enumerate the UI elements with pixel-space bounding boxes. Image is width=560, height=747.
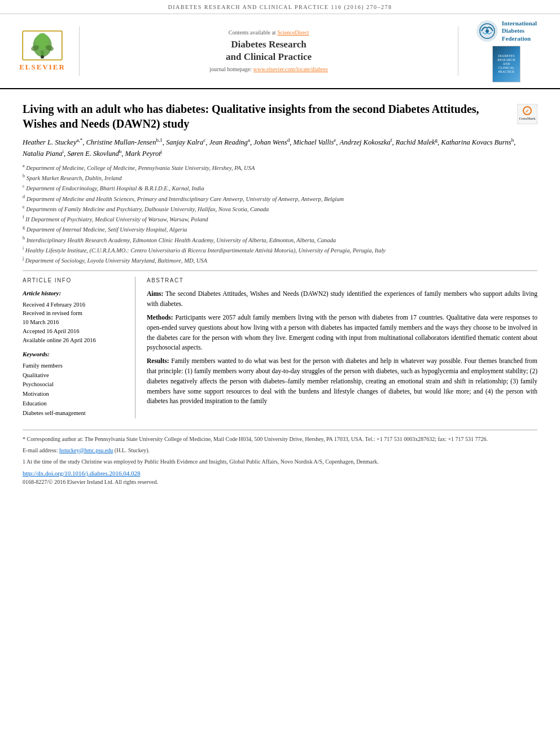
results-text: Family members wanted to do what was bes… bbox=[147, 357, 537, 404]
article-info-header: Article Info bbox=[23, 277, 127, 285]
idf-logo-area: International Diabetes Federation DIABET… bbox=[464, 20, 549, 82]
abstract-column: Abstract Aims: The second Diabetes Attit… bbox=[147, 277, 537, 418]
idf-text: International Diabetes Federation bbox=[502, 20, 537, 42]
journal-cover-thumbnail: DIABETES RESEARCH AND CLINICAL PRACTICE bbox=[492, 46, 520, 82]
journal-citation: Diabetes Research and Clinical Practice … bbox=[168, 4, 392, 10]
affiliation-a: a Department of Medicine, College of Med… bbox=[23, 163, 537, 172]
footer-section: * Corresponding author at: The Pennsylva… bbox=[23, 430, 537, 487]
affiliation-d: d Department of Medicine and Health Scie… bbox=[23, 194, 537, 203]
affiliation-e: e Departments of Family Medicine and Psy… bbox=[23, 204, 537, 213]
affiliation-i: i Healthy Lifestyle Institute, (C.U.R.I.… bbox=[23, 245, 537, 255]
abstract-aims: Aims: The second Diabetes Attitudes, Wis… bbox=[147, 289, 537, 309]
history-revised-date: 10 March 2016 bbox=[23, 318, 127, 327]
two-column-section: Article Info Article history: Received 4… bbox=[23, 277, 537, 418]
elsevier-brand: ELSEVIER bbox=[19, 62, 65, 72]
affiliations-list: a Department of Medicine, College of Med… bbox=[23, 163, 537, 265]
aims-label: Aims: bbox=[147, 290, 163, 297]
svg-point-5 bbox=[41, 55, 44, 59]
journal-info-center: Contents available at ScienceDirect Diab… bbox=[79, 27, 458, 76]
journal-homepage-link[interactable]: www.elsevier.com/locate/diabres bbox=[253, 66, 328, 72]
article-title: Living with an adult who has diabetes: Q… bbox=[23, 102, 511, 131]
article-info-column: Article Info Article history: Received 4… bbox=[23, 277, 135, 418]
article-title-area: Living with an adult who has diabetes: Q… bbox=[23, 102, 537, 131]
idf-logo: International Diabetes Federation bbox=[476, 20, 537, 42]
affiliation-j: j Department of Sociology, Loyola Univer… bbox=[23, 255, 537, 265]
history-accepted: Accepted 16 April 2016 bbox=[23, 327, 127, 336]
affiliation-g: g Department of Internal Medicine, Setif… bbox=[23, 224, 537, 234]
affiliation-b: b Spark Market Research, Dublin, Ireland bbox=[23, 173, 537, 182]
corresponding-email-link[interactable]: hstuckey@hmc.psu.edu bbox=[59, 447, 113, 453]
copyright-line: 0168-8227/© 2016 Elsevier Ireland Ltd. A… bbox=[23, 478, 537, 486]
keyword-motivation: Motivation bbox=[23, 390, 127, 399]
methods-label: Methods: bbox=[147, 314, 173, 321]
elsevier-tree-icon bbox=[20, 30, 65, 61]
main-content: Living with an adult who has diabetes: Q… bbox=[0, 89, 560, 497]
svg-text:✓: ✓ bbox=[525, 108, 530, 114]
abstract-methods: Methods: Participants were 2057 adult fa… bbox=[147, 313, 537, 353]
journal-title: Diabetes Research and Clinical Practice bbox=[226, 38, 312, 63]
science-direct-link[interactable]: ScienceDirect bbox=[277, 29, 309, 36]
keyword-qualitative: Qualitative bbox=[23, 371, 127, 381]
article-history-label: Article history: bbox=[23, 289, 127, 298]
svg-point-9 bbox=[485, 29, 489, 33]
history-revised-label: Received in revised form bbox=[23, 309, 127, 318]
abstract-header: Abstract bbox=[147, 277, 537, 285]
keyword-diabetes-self-management: Diabetes self-management bbox=[23, 409, 127, 418]
keyword-education: Education bbox=[23, 399, 127, 409]
elsevier-logo: ELSEVIER bbox=[11, 30, 73, 72]
idf-circle-icon bbox=[476, 20, 498, 42]
affiliation-h: h Interdisciplinary Health Research Acad… bbox=[23, 235, 537, 244]
email-note: E-mail address: hstuckey@hmc.psu.edu (H.… bbox=[23, 446, 537, 455]
history-received: Received 4 February 2016 bbox=[23, 300, 127, 309]
affiliation-c: c Department of Endocrinology, Bharti Ho… bbox=[23, 183, 537, 193]
journal-header-bar: Diabetes Research and Clinical Practice … bbox=[0, 0, 560, 14]
corresponding-note: * Corresponding author at: The Pennsylva… bbox=[23, 435, 537, 443]
journal-homepage: journal homepage: www.elsevier.com/locat… bbox=[209, 65, 327, 73]
affiliation-f: f II Department of Psychiatry, Medical U… bbox=[23, 214, 537, 224]
results-label: Results: bbox=[147, 357, 169, 364]
doi-link[interactable]: http://dx.doi.org/10.1016/j.diabres.2016… bbox=[23, 469, 537, 478]
abstract-results: Results: Family members wanted to do wha… bbox=[147, 356, 537, 407]
crossmark-badge-icon: ✓ CrossMark bbox=[517, 104, 537, 124]
keyword-psychosocial: Psychosocial bbox=[23, 380, 127, 390]
aims-text: The second Diabetes Attitudes, Wishes an… bbox=[147, 290, 537, 307]
section-divider-1 bbox=[23, 270, 537, 271]
keyword-family-members: Family members bbox=[23, 361, 127, 371]
authors-list: Heather L. Stuckeya,*, Christine Mullan-… bbox=[23, 137, 537, 159]
history-available: Available online 26 April 2016 bbox=[23, 336, 127, 345]
svg-text:CrossMark: CrossMark bbox=[519, 117, 536, 120]
keywords-label: Keywords: bbox=[23, 350, 127, 359]
journal-header: ELSEVIER Contents available at ScienceDi… bbox=[0, 14, 560, 89]
methods-text: Participants were 2057 adult family memb… bbox=[147, 314, 537, 351]
contents-available-label: Contents available at ScienceDirect bbox=[229, 29, 309, 37]
footnote-1: 1 At the time of the study Christine was… bbox=[23, 457, 537, 466]
